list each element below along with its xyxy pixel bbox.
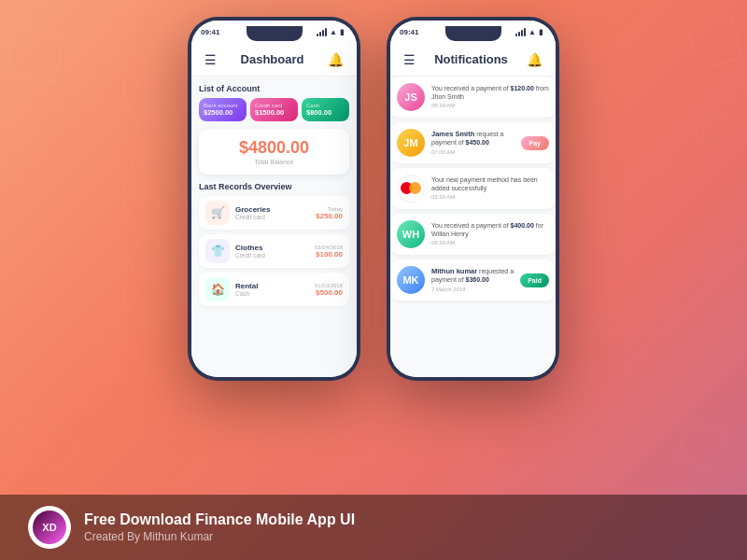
- avatar-4: WH: [397, 220, 425, 248]
- notification-1[interactable]: JS You received a payment of $120.00 fro…: [390, 77, 556, 118]
- notif-1-text: You received a payment of $120.00 from J…: [431, 84, 549, 101]
- notifications-title: Notifications: [434, 52, 508, 66]
- menu-icon[interactable]: ☰: [204, 52, 217, 67]
- total-amount: $4800.00: [208, 138, 340, 158]
- bank-amount: $2500.00: [204, 108, 242, 117]
- notification-4[interactable]: WH You received a payment of $400.00 for…: [390, 214, 556, 255]
- total-label: Total Balance: [208, 159, 340, 165]
- groceries-sub: Credit card: [235, 214, 310, 220]
- clothes-icon: 👕: [205, 239, 230, 263]
- notification-5[interactable]: MK Mithun kumar requested a payment of $…: [390, 259, 556, 301]
- bottom-bar-subtitle: Created By Mithun Kumar: [84, 530, 355, 543]
- avatar-1: JS: [397, 83, 425, 111]
- clothes-name: Clothes: [235, 244, 309, 252]
- notif-menu-icon[interactable]: ☰: [403, 52, 416, 67]
- notification-3[interactable]: Your new payment method has been added s…: [390, 168, 556, 209]
- phone-notch: [247, 26, 303, 41]
- notifications-header: ☰ Notifications 🔔: [390, 43, 556, 77]
- bell-icon[interactable]: 🔔: [328, 52, 344, 67]
- notification-2[interactable]: JM James Smith request a payment of $450…: [390, 122, 556, 163]
- record-clothes[interactable]: 👕 Clothes Credit card 03/04/2018 $100.00: [199, 234, 349, 268]
- accounts-section-title: List of Account: [199, 84, 349, 93]
- status-time: 09:41: [201, 28, 219, 36]
- xd-badge: XD: [28, 506, 71, 549]
- notif-4-text: You received a payment of $400.00 for Wi…: [431, 221, 549, 238]
- dashboard-phone: 09:41 ▲ ▮ ☰ Dashboard 🔔: [188, 17, 360, 381]
- notifications-content: JS You received a payment of $120.00 fro…: [390, 77, 556, 377]
- notif-5-time: 7 March 2018: [431, 287, 514, 294]
- bank-account-card[interactable]: Bank account $2500.00: [199, 98, 247, 121]
- signal-icon: [317, 28, 327, 36]
- record-rental[interactable]: 🏠 Rental Cash 01/03/2018 $500.00: [199, 273, 349, 306]
- phone-notch-2: [445, 26, 501, 41]
- battery-icon: ▮: [340, 28, 344, 36]
- rental-amount: $500.00: [315, 288, 343, 297]
- cash-amount: $800.00: [306, 108, 345, 117]
- dashboard-header: ☰ Dashboard 🔔: [191, 43, 357, 77]
- clothes-sub: Credit card: [235, 252, 309, 259]
- rental-name: Rental: [235, 282, 309, 290]
- wifi-icon: ▲: [330, 28, 337, 36]
- notif-wifi-icon: ▲: [529, 28, 536, 36]
- avatar-2: JM: [397, 129, 425, 157]
- accounts-row: Bank account $2500.00 Credit card $1500.…: [199, 98, 349, 121]
- credit-amount: $1500.00: [255, 108, 293, 117]
- notif-bell-icon[interactable]: 🔔: [527, 52, 543, 67]
- cash-card[interactable]: Cash $800.00: [302, 98, 349, 121]
- notif-status-time: 09:41: [400, 28, 418, 36]
- status-icons: ▲ ▮: [317, 28, 344, 36]
- dashboard-title: Dashboard: [241, 52, 304, 66]
- total-balance-card: $4800.00 Total Balance: [199, 129, 349, 175]
- paid-button[interactable]: Paid: [520, 273, 549, 287]
- notif-5-text: Mithun kumar requested a payment of $360…: [431, 267, 514, 285]
- notif-signal-icon: [515, 28, 526, 36]
- notif-1-time: 08:39 AM: [431, 103, 549, 110]
- record-groceries[interactable]: 🛒 Groceries Credit card Today $250.00: [199, 196, 349, 230]
- notif-2-text: James Smith request a payment of $450.00: [431, 130, 514, 147]
- groceries-amount: $250.00: [316, 212, 343, 220]
- rental-date: 01/03/2018: [315, 283, 343, 288]
- notif-battery-icon: ▮: [539, 28, 543, 36]
- notif-2-time: 07:00 AM: [431, 149, 514, 157]
- cash-label: Cash: [306, 103, 345, 108]
- notif-3-time: 03:39 AM: [431, 194, 549, 202]
- groceries-icon: 🛒: [205, 201, 230, 225]
- groceries-name: Groceries: [235, 205, 310, 214]
- phones-wrapper: 09:41 ▲ ▮ ☰ Dashboard 🔔: [188, 17, 559, 381]
- dashboard-content: List of Account Bank account $2500.00 Cr…: [191, 77, 357, 377]
- notif-status-icons: ▲ ▮: [515, 28, 543, 36]
- pay-button[interactable]: Pay: [521, 136, 549, 150]
- credit-card-card[interactable]: Credit card $1500.00: [250, 98, 298, 121]
- mastercard-avatar: [397, 175, 425, 203]
- notif-3-text: Your new payment method has been added s…: [431, 175, 549, 192]
- rental-sub: Cash: [235, 290, 309, 297]
- rental-icon: 🏠: [205, 277, 230, 301]
- bottom-bar: XD Free Download Finance Mobile App UI C…: [0, 495, 747, 560]
- bottom-bar-title: Free Download Finance Mobile App UI: [84, 511, 355, 528]
- clothes-amount: $100.00: [315, 250, 343, 259]
- notif-4-time: 08:39 AM: [431, 240, 549, 247]
- records-section-title: Last Records Overview: [199, 182, 349, 191]
- credit-label: Credit card: [255, 103, 293, 108]
- bank-label: Bank account: [204, 103, 242, 108]
- xd-logo: XD: [33, 511, 66, 544]
- avatar-5: MK: [397, 266, 425, 294]
- clothes-date: 03/04/2018: [315, 245, 343, 250]
- notifications-phone: 09:41 ▲ ▮ ☰ Notifications 🔔: [387, 17, 559, 381]
